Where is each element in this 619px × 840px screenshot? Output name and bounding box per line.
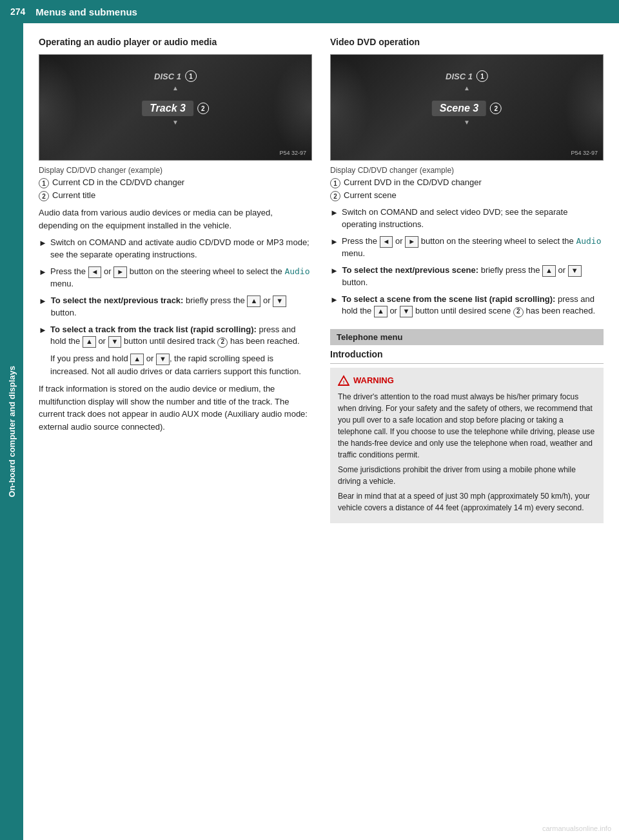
right-bullet-arrow-1: ► bbox=[330, 207, 338, 219]
right-down-indicator: ▼ bbox=[432, 119, 502, 126]
left-num-2: 2 bbox=[39, 191, 49, 201]
left-caption: Display CD/DVD changer (example) bbox=[39, 166, 312, 175]
warning-title: ! WARNING bbox=[338, 374, 596, 387]
left-bullet-3-body: To select the next/previous track: brief… bbox=[51, 295, 312, 319]
left-btn-up-4: ▲ bbox=[83, 336, 96, 348]
tel-menu-header: Telephone menu bbox=[330, 329, 604, 345]
track-label-row: Track 3 2 bbox=[142, 101, 209, 116]
right-btn-down-3: ▼ bbox=[568, 265, 582, 277]
left-image-ref: P54 32-97 bbox=[279, 150, 306, 156]
left-bullet-1: ► Switch on COMAND and activate audio CD… bbox=[39, 237, 312, 261]
right-btn-up-3: ▲ bbox=[542, 265, 556, 277]
left-num-1: 1 bbox=[39, 178, 49, 188]
left-bullet-arrow-3: ► bbox=[39, 295, 47, 308]
right-bullet-3-body: To select the next/previous scene: brief… bbox=[342, 265, 604, 289]
gauge-left bbox=[39, 55, 78, 160]
right-bullet-2-body: Press the ◄ or ► button on the steering … bbox=[342, 235, 604, 260]
page-number: 274 bbox=[10, 6, 25, 17]
left-bullet-2-body: Press the ◄ or ► button on the steering … bbox=[50, 266, 312, 290]
left-disc-overlay: DISC 1 1 ▲ Track 3 2 ▼ bbox=[142, 70, 209, 126]
right-item-1: 1 Current DVD in the CD/DVD changer bbox=[330, 177, 604, 188]
right-btn-next: ► bbox=[405, 236, 418, 248]
left-column: Operating an audio player or audio media… bbox=[39, 36, 312, 523]
left-bullet-3: ► To select the next/previous track: bri… bbox=[39, 295, 312, 319]
right-circle-inline-4: 2 bbox=[513, 307, 524, 317]
left-bullet-4-body: To select a track from the track list (r… bbox=[50, 324, 312, 348]
left-track-label: Track 3 bbox=[142, 101, 193, 116]
left-note-para: If you press and hold ▲ or ▼, the rapid … bbox=[50, 352, 312, 377]
right-bullet-arrow-2: ► bbox=[330, 236, 338, 248]
left-item-2-text: Current title bbox=[52, 190, 95, 200]
right-bullet-4-body: To select a scene from the scene list (r… bbox=[342, 294, 604, 318]
right-item-2: 2 Current scene bbox=[330, 190, 604, 201]
right-bold-3: To select the next/previous scene: bbox=[342, 265, 478, 275]
left-note-up: ▲ bbox=[130, 354, 144, 365]
watermark: carmanualsonline.info bbox=[542, 825, 611, 832]
right-bullet-1-text: Switch on COMAND and select video DVD; s… bbox=[342, 206, 604, 231]
right-item-1-text: Current DVD in the CD/DVD changer bbox=[344, 177, 482, 187]
main-content: Operating an audio player or audio media… bbox=[23, 23, 619, 536]
top-bar: 274 Menus and submenus bbox=[0, 0, 619, 23]
left-image-box: DISC 1 1 ▲ Track 3 2 ▼ P54 32-97 bbox=[39, 54, 312, 161]
left-btn-down-4: ▼ bbox=[108, 336, 122, 348]
right-image-ref: P54 32-97 bbox=[571, 150, 598, 156]
right-up-indicator: ▲ bbox=[432, 85, 502, 92]
sidebar-text: On-board computer and displays bbox=[7, 366, 17, 497]
right-btn-down-4: ▼ bbox=[400, 306, 413, 317]
right-image-box: DISC 1 1 ▲ Scene 3 2 ▼ P54 32-97 bbox=[330, 54, 604, 161]
left-disc-display: DISC 1 1 ▲ Track 3 2 ▼ P54 32-97 bbox=[39, 55, 311, 160]
right-disc-label-row: DISC 1 1 bbox=[432, 70, 502, 82]
gauge-right bbox=[273, 55, 311, 160]
warning-triangle-icon: ! bbox=[338, 375, 349, 386]
left-bullet-arrow-4: ► bbox=[39, 325, 46, 337]
left-bullet-4: ► To select a track from the track list … bbox=[39, 324, 312, 348]
left-circle-1: 1 bbox=[185, 70, 197, 82]
right-num-2: 2 bbox=[330, 191, 340, 201]
warning-para-3: Bear in mind that at a speed of just 30 … bbox=[338, 490, 596, 514]
warning-para-1: The driver's attention to the road must … bbox=[338, 391, 596, 461]
chapter-title: Menus and submenus bbox=[35, 6, 137, 17]
left-section-heading: Operating an audio player or audio media bbox=[39, 36, 312, 48]
right-scene-label-row: Scene 3 2 bbox=[432, 101, 502, 116]
right-bullet-arrow-3: ► bbox=[330, 265, 339, 277]
warning-label: WARNING bbox=[353, 374, 394, 387]
right-disc-label: DISC 1 bbox=[446, 72, 473, 81]
right-bullet-1: ► Switch on COMAND and select video DVD;… bbox=[330, 206, 604, 231]
left-btn-down-3: ▼ bbox=[273, 295, 286, 307]
left-bold-4: To select a track from the track list (r… bbox=[50, 325, 257, 334]
right-btn-prev: ◄ bbox=[380, 236, 393, 248]
warning-para-2: Some jurisdictions prohibit the driver f… bbox=[338, 464, 596, 487]
sidebar-label: On-board computer and displays bbox=[0, 23, 23, 840]
right-scene-label: Scene 3 bbox=[432, 101, 486, 116]
left-circle-2: 2 bbox=[197, 103, 209, 114]
left-bullet-arrow-1: ► bbox=[39, 237, 46, 250]
right-audio-mono: Audio bbox=[576, 236, 601, 246]
left-item-1: 1 Current CD in the CD/DVD changer bbox=[39, 177, 312, 188]
right-column: Video DVD operation DISC 1 1 ▲ Scene 3 2… bbox=[330, 36, 604, 523]
left-intro-para: Audio data from various audio devices or… bbox=[39, 206, 312, 232]
right-bullet-4: ► To select a scene from the scene list … bbox=[330, 294, 604, 318]
left-disc-label: DISC 1 bbox=[154, 72, 181, 81]
warning-box: ! WARNING The driver's attention to the … bbox=[330, 368, 604, 523]
left-audio-mono: Audio bbox=[284, 266, 310, 276]
left-info-para: If track information is stored on the au… bbox=[39, 383, 312, 433]
left-bullet-1-text: Switch on COMAND and activate audio CD/D… bbox=[50, 237, 312, 261]
left-bullet-2: ► Press the ◄ or ► button on the steerin… bbox=[39, 266, 312, 290]
right-bullet-3: ► To select the next/previous scene: bri… bbox=[330, 265, 604, 289]
up-indicator: ▲ bbox=[142, 85, 209, 92]
right-circle-1: 1 bbox=[477, 70, 488, 82]
telephone-menu-section: Telephone menu Introduction ! WARNING Th… bbox=[330, 329, 604, 523]
left-circle-inline-4: 2 bbox=[217, 337, 228, 348]
right-disc-overlay: DISC 1 1 ▲ Scene 3 2 ▼ bbox=[432, 70, 502, 126]
svg-text:!: ! bbox=[343, 379, 345, 385]
left-btn-up-3: ▲ bbox=[247, 295, 260, 307]
h-line-intro bbox=[330, 363, 604, 364]
right-gauge-left bbox=[331, 55, 369, 160]
right-circle-2: 2 bbox=[490, 103, 502, 114]
left-item-2: 2 Current title bbox=[39, 190, 312, 201]
down-indicator: ▼ bbox=[142, 119, 209, 126]
right-bullet-2: ► Press the ◄ or ► button on the steerin… bbox=[330, 235, 604, 260]
right-bold-4: To select a scene from the scene list (r… bbox=[342, 294, 555, 304]
right-bullet-arrow-4: ► bbox=[330, 294, 338, 306]
right-caption: Display CD/DVD changer (example) bbox=[330, 166, 604, 175]
